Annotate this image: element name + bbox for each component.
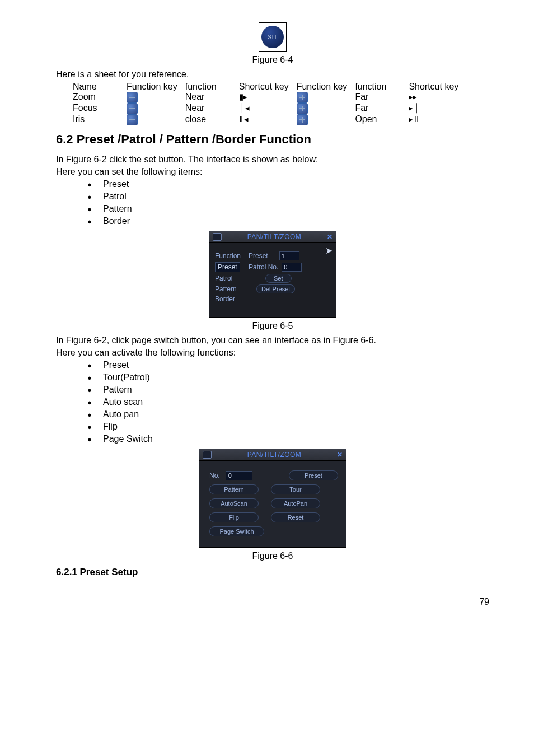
preset-button[interactable]: Preset [289,470,338,480]
func1-cell: Near [185,103,239,114]
sc2-cell: ▸ Ⅱ [409,114,466,125]
sit-icon: SIT [261,26,284,48]
func2-cell: Far [355,92,409,103]
pattern-button[interactable]: Pattern [209,484,259,494]
figure-6-5-caption: Figure 6-5 [56,321,489,331]
tour-button[interactable]: Tour [271,484,320,494]
preset-input[interactable] [279,251,299,260]
sidebar-item-preset[interactable]: Preset [215,262,240,272]
cursor-icon: ➤ [325,245,332,256]
ptz-set-dialog: PAN/TILT/ZOOM ✕ ➤ Function Preset Preset… [209,231,336,318]
sc2-cell: ▸ │ [409,103,466,114]
plus-icon [297,114,308,125]
sidebar-item-border[interactable]: Border [215,295,249,303]
preset-label: Preset [249,252,268,260]
autoscan-button[interactable]: AutoScan [209,498,259,508]
del-preset-button[interactable]: Del Preset [256,284,295,293]
list-item: Auto pan [87,409,489,419]
dialog-titlebar: PAN/TILT/ZOOM ✕ [199,449,346,461]
section-6-2-p1: In Figure 6-2 click the set button. The … [56,155,489,165]
dialog-title: PAN/TILT/ZOOM [222,233,327,241]
close-icon[interactable]: ✕ [327,233,332,241]
list-item: Preset [87,360,489,370]
name-cell: Iris [73,114,127,125]
th-func2: function [355,82,409,92]
table-row-focus: Focus Near │ ◂ Far ▸ │ [73,103,466,114]
list-item: Page Switch [87,434,489,444]
sc1-cell: │ ◂ [239,103,297,114]
name-cell: Focus [73,103,127,114]
reset-button[interactable]: Reset [271,512,320,522]
close-icon[interactable]: ✕ [337,451,343,459]
table-row-zoom: Zoom Near ▮▸ Far ▸▸ [73,92,466,103]
flip-button[interactable]: Flip [209,512,259,522]
minus-cell [127,103,185,114]
list-item: Pattern [87,204,489,214]
plus-cell [297,114,355,125]
sit-box: SIT [259,22,287,52]
dialog-body: ➤ Function Preset Preset Patrol No. Patr… [209,243,336,317]
set-button[interactable]: Set [265,274,292,283]
camera-icon [203,451,212,459]
th-func1: function [185,82,239,92]
list-item: Patrol [87,192,489,202]
list-item: Border [87,216,489,226]
sc2-cell: ▸▸ [409,92,466,103]
activate-functions-list: Preset Tour(Patrol) Pattern Auto scan Au… [56,360,489,444]
func1-cell: close [185,114,239,125]
name-cell: Zoom [73,92,127,103]
plus-cell [297,103,355,114]
figure-6-6-caption: Figure 6-6 [56,551,489,561]
patrol-no-input[interactable] [282,263,302,272]
th-sckey1: Shortcut key [239,82,297,92]
no-label: No. [209,472,220,479]
plus-icon [297,92,308,103]
sc1-cell: Ⅱ ◂ [239,114,297,125]
plus-icon [297,103,308,114]
minus-cell [127,92,185,103]
minus-icon [127,103,138,114]
no-input[interactable] [226,471,252,480]
function-label: Function [215,252,249,260]
para-activate: Here you can activate the following func… [56,348,489,358]
sidebar-item-pattern[interactable]: Pattern [215,285,249,293]
list-item: Preset [87,179,489,189]
dialog-title: PAN/TILT/ZOOM [212,451,337,459]
figure-6-4-image: SIT [56,22,489,52]
page-switch-button[interactable]: Page Switch [209,526,264,536]
minus-cell [127,114,185,125]
th-funckey2: Function key [297,82,355,92]
th-name: Name [73,82,127,92]
sc1-cell: ▮▸ [239,92,297,103]
section-6-2-p2: Here you can set the following items: [56,167,489,177]
para-pageswitch: In Figure 6-2, click page switch button,… [56,335,489,346]
camera-icon [213,233,222,241]
func2-cell: Far [355,103,409,114]
list-item: Tour(Patrol) [87,372,489,382]
table-head-row: Name Function key function Shortcut key … [73,82,466,92]
sidebar-item-patrol[interactable]: Patrol [215,274,249,282]
set-items-list: Preset Patrol Pattern Border [56,179,489,226]
func1-cell: Near [185,92,239,103]
th-sckey2: Shortcut key [409,82,466,92]
plus-cell [297,92,355,103]
list-item: Auto scan [87,397,489,407]
table-row-iris: Iris close Ⅱ ◂ Open ▸ Ⅱ [73,114,466,125]
section-6-2-heading: 6.2 Preset /Patrol / Pattern /Border Fun… [56,132,489,147]
autopan-button[interactable]: AutoPan [271,498,320,508]
minus-icon [127,92,138,103]
figure-6-4-caption: Figure 6-4 [56,55,489,65]
section-6-2-1-heading: 6.2.1 Preset Setup [56,567,489,578]
dialog-titlebar: PAN/TILT/ZOOM ✕ [209,231,336,243]
minus-icon [127,114,138,125]
patrol-no-label: Patrol No. [249,263,278,271]
page-number: 79 [56,597,489,607]
func2-cell: Open [355,114,409,125]
dialog-body: No. Preset Pattern Tour AutoScan AutoPan… [199,461,346,547]
th-funckey1: Function key [127,82,185,92]
list-item: Pattern [87,385,489,395]
list-item: Flip [87,422,489,432]
ptz-activate-dialog: PAN/TILT/ZOOM ✕ No. Preset Pattern Tour … [199,449,346,548]
table-intro-text: Here is a sheet for you reference. [56,69,489,80]
shortcut-reference-table: Name Function key function Shortcut key … [73,82,466,125]
